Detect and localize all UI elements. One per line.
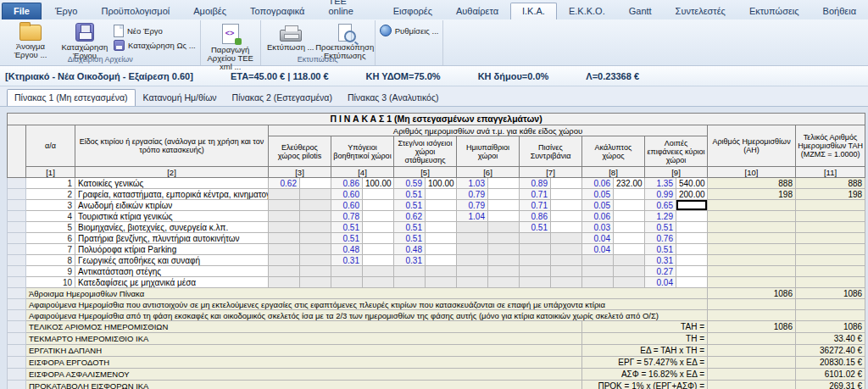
area-cell-r8-c3[interactable] [300, 255, 331, 266]
area-cell-r5-c7[interactable] [551, 222, 582, 233]
ribbon-tab-file[interactable]: File [2, 3, 42, 19]
view-tab-pinakas-1[interactable]: Πίνακας 1 (Μη εστεγασμένα) [7, 89, 136, 106]
view-tab-pinakas-2[interactable]: Πίνακας 2 (Εστεγασμένα) [225, 89, 340, 106]
ribbon-tab-eisfores[interactable]: Εισφορές [381, 3, 444, 19]
area-cell-r9-c7[interactable] [551, 266, 582, 277]
area-cell-r7-c4[interactable] [363, 244, 394, 255]
ribbon-tab-ergo[interactable]: Έργο [43, 3, 90, 19]
area-cell-r4-c3[interactable] [300, 211, 331, 222]
area-cell-r7-c8[interactable] [614, 244, 645, 255]
area-cell-r9-c4[interactable] [363, 266, 394, 277]
area-cell-r9-c9[interactable] [676, 266, 708, 277]
settings-button[interactable]: Ρυθμίσεις ... [380, 25, 439, 36]
area-cell-r3-c7[interactable] [551, 200, 582, 211]
area-cell-r6-c7[interactable] [551, 233, 582, 244]
rate-cell-r7-c6 [457, 244, 488, 255]
area-cell-r8-c7[interactable] [551, 255, 582, 266]
ribbon-tab-ektyposeis[interactable]: Εκτυπώσεις [737, 3, 811, 19]
area-cell-r3-c4[interactable] [363, 200, 394, 211]
area-cell-r7-c7[interactable] [551, 244, 582, 255]
area-cell-r4-c6[interactable] [488, 211, 520, 222]
area-cell-r5-c6[interactable] [488, 222, 520, 233]
print-button[interactable]: Εκτύπωση ... [264, 21, 318, 55]
area-cell-r3-c8[interactable] [614, 200, 645, 211]
ribbon-tab-afthereta[interactable]: Αυθαίρετα [444, 3, 510, 19]
area-cell-r8-c6[interactable] [488, 255, 520, 266]
area-cell-r1-c7[interactable] [551, 178, 582, 189]
area-cell-r2-c9[interactable]: 200.00 [676, 189, 708, 200]
area-cell-r4-c5[interactable] [426, 211, 457, 222]
area-cell-r3-c6[interactable] [488, 200, 520, 211]
ribbon-tab-proypologismoi[interactable]: Προϋπολογισμοί [89, 3, 181, 19]
area-cell-r8-c8[interactable] [614, 255, 645, 266]
ribbon-tab-gantt[interactable]: Gantt [617, 3, 664, 19]
ribbon-tab-ekko[interactable]: Ε.Κ.Κ.Ο. [557, 3, 617, 19]
ribbon-tab-amoives[interactable]: Αμοιβές [181, 3, 238, 19]
area-cell-r2-c5[interactable] [426, 189, 457, 200]
area-cell-r2-c8[interactable] [614, 189, 645, 200]
area-cell-r1-c4[interactable]: 100.00 [363, 178, 394, 189]
view-tab-pinakas-3[interactable]: Πίνακας 3 (Αναλυτικός) [340, 89, 447, 106]
area-cell-r10-c9[interactable] [676, 277, 708, 288]
area-cell-r7-c3[interactable] [300, 244, 331, 255]
area-cell-r9-c5[interactable] [426, 266, 457, 277]
print-preview-button[interactable]: Προεπισκόπηση Εκτύπωσης [318, 21, 372, 55]
area-cell-r1-c6[interactable] [488, 178, 520, 189]
ribbon-tab-ika[interactable]: Ι.Κ.Α. [510, 3, 557, 19]
ribbon-tab-syntelestes[interactable]: Συντελεστές [664, 3, 737, 19]
area-cell-r5-c4[interactable] [363, 222, 394, 233]
area-cell-r8-c5[interactable] [426, 255, 457, 266]
area-cell-r5-c8[interactable] [614, 222, 645, 233]
area-cell-r9-c6[interactable] [488, 266, 520, 277]
area-cell-r8-c4[interactable] [363, 255, 394, 266]
ribbon-tab-topografika[interactable]: Τοπογραφικά [238, 3, 316, 19]
save-project-button[interactable]: Καταχώρηση Έργου [58, 21, 112, 55]
table-row: 3Ανωδομή ειδικών κτιρίων0.600.510.790.71… [8, 200, 865, 211]
area-cell-r6-c6[interactable] [488, 233, 520, 244]
area-cell-r4-c4[interactable] [363, 211, 394, 222]
area-cell-r10-c8[interactable] [614, 277, 645, 288]
area-cell-r6-c4[interactable] [363, 233, 394, 244]
project-status-bar: [Κτηριακό - Νέα Οικοδομή - Εξαίρεση 0.60… [0, 66, 868, 86]
area-cell-r3-c9[interactable] [676, 200, 708, 211]
area-cell-r1-c3[interactable] [300, 178, 331, 189]
area-cell-r10-c3[interactable] [300, 277, 331, 288]
area-cell-r10-c6[interactable] [488, 277, 520, 288]
open-project-button[interactable]: Άνοιγμα Έργου ... [3, 21, 58, 55]
view-tab-katanomi-imerothion[interactable]: Κατανομή Ημ/θίων [136, 89, 225, 106]
area-cell-r2-c3[interactable] [300, 189, 331, 200]
area-cell-r1-c5[interactable]: 100.00 [426, 178, 457, 189]
area-cell-r9-c3[interactable] [300, 266, 331, 277]
area-cell-r10-c5[interactable] [426, 277, 457, 288]
status-kh-ydom: ΚΗ ΥΔΟΜ=75.0% [366, 71, 441, 81]
ribbon-tab-tee-online[interactable]: ΤΕΕ online [316, 0, 381, 19]
area-cell-r5-c5[interactable] [426, 222, 457, 233]
area-cell-r6-c3[interactable] [300, 233, 331, 244]
area-cell-r3-c5[interactable] [426, 200, 457, 211]
area-cell-r1-c9[interactable]: 540.00 [676, 178, 708, 189]
area-cell-r10-c4[interactable] [363, 277, 394, 288]
area-cell-r6-c5[interactable] [426, 233, 457, 244]
area-cell-r7-c5[interactable] [426, 244, 457, 255]
save-project-as-button[interactable]: Καταχώρηση Ως ... [114, 40, 196, 51]
new-project-button[interactable]: Νέο Έργο [114, 25, 196, 37]
area-cell-r4-c8[interactable] [614, 211, 645, 222]
area-cell-r1-c8[interactable]: 232.00 [614, 178, 645, 189]
area-cell-r9-c8[interactable] [614, 266, 645, 277]
area-cell-r7-c9[interactable] [676, 244, 708, 255]
area-cell-r4-c7[interactable] [551, 211, 582, 222]
area-cell-r2-c7[interactable] [551, 189, 582, 200]
area-cell-r2-c4[interactable] [363, 189, 394, 200]
area-cell-r6-c9[interactable] [676, 233, 708, 244]
area-cell-r3-c3[interactable] [300, 200, 331, 211]
area-cell-r5-c9[interactable] [676, 222, 708, 233]
area-cell-r2-c6[interactable] [488, 189, 520, 200]
generate-tee-xml-button[interactable]: Παραγωγή Αρχείου ΤΕΕ xml ... [203, 21, 258, 55]
area-cell-r10-c7[interactable] [551, 277, 582, 288]
area-cell-r4-c9[interactable] [676, 211, 708, 222]
ribbon-tab-voitheia[interactable]: Βοήθεια [811, 3, 868, 19]
area-cell-r6-c8[interactable] [614, 233, 645, 244]
area-cell-r7-c6[interactable] [488, 244, 520, 255]
area-cell-r5-c3[interactable] [300, 222, 331, 233]
area-cell-r8-c9[interactable] [676, 255, 708, 266]
